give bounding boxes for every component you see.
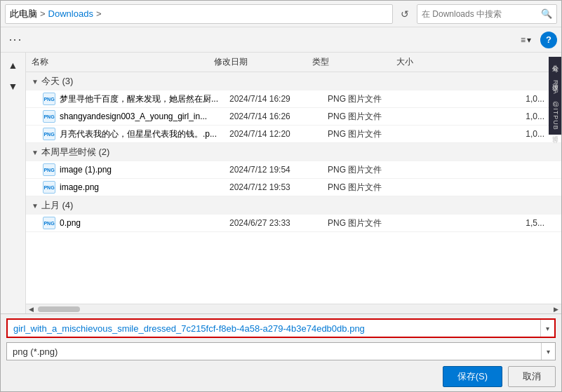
- file-type-1: PNG 图片文件: [328, 93, 412, 105]
- table-row[interactable]: PNG image (1).png 2024/7/12 19:54 PNG 图片…: [26, 161, 561, 179]
- file-size-1: 1,0...: [412, 94, 556, 104]
- breadcrumb-sep1: >: [40, 8, 46, 19]
- view-icon: ≡: [521, 35, 526, 45]
- table-row[interactable]: PNG 月亮代表我的心，但星星代表我的钱。.p... 2024/7/14 12:…: [26, 126, 561, 143]
- group-header-last-month[interactable]: ▼ 上月 (4): [26, 196, 561, 215]
- table-row[interactable]: PNG shangyandesign003_A_young_girl_in...…: [26, 108, 561, 126]
- file-date-4: 2024/7/12 19:54: [229, 165, 328, 175]
- watermark-line-2: ·: [551, 69, 558, 72]
- file-name-2: shangyandesign003_A_young_girl_in...: [60, 111, 229, 121]
- filename-input-wrapper: ▾: [6, 318, 556, 338]
- search-icon: 🔍: [541, 8, 552, 19]
- file-icon-6: PNG: [43, 217, 55, 229]
- file-type-2: PNG 图片文件: [328, 111, 412, 123]
- horizontal-scrollbar[interactable]: ◀ ▶: [26, 304, 561, 313]
- file-type-4: PNG 图片文件: [328, 164, 412, 176]
- nav-down-arrow[interactable]: ▼: [4, 76, 23, 96]
- file-name-1: 梦里寻他千百度，醒来发现，她居然在厨...: [60, 93, 229, 105]
- group-today-label: 今天 (3): [41, 75, 74, 88]
- file-type-5: PNG 图片文件: [328, 182, 412, 194]
- file-size-6: 1,5...: [412, 218, 556, 228]
- col-size-header[interactable]: 大小: [396, 56, 556, 68]
- buttons-row: 保存(S) 取消: [6, 365, 556, 387]
- h-scroll-right-arrow[interactable]: ▶: [552, 306, 560, 313]
- file-date-5: 2024/7/12 19:53: [229, 182, 328, 192]
- h-scroll-left-arrow[interactable]: ◀: [27, 306, 35, 313]
- file-save-dialog: 此电脑 > Downloads > ↺ 🔍 ⋮ ≡ ▾ ? ▲ ▼: [0, 0, 562, 392]
- file-type-3: PNG 图片文件: [328, 128, 412, 140]
- file-icon-5: PNG: [43, 181, 55, 194]
- filetype-input[interactable]: [7, 345, 541, 358]
- col-type-header[interactable]: 类型: [312, 56, 396, 68]
- file-list-container: 名称 修改日期 类型 大小 ▼ 今天 (3) PNG 梦里寻他千百度，醒来发现，…: [26, 53, 561, 313]
- group-month-arrow: ▼: [32, 202, 39, 210]
- main-content: ▲ ▼ 名称 修改日期 类型 大小 ▼ 今天 (3) PNG: [1, 53, 561, 313]
- table-row[interactable]: PNG image.png 2024/7/12 19:53 PNG 图片文件: [26, 179, 561, 196]
- filename-dropdown-button[interactable]: ▾: [540, 320, 554, 337]
- file-icon-1: PNG: [43, 93, 55, 105]
- address-bar: 此电脑 > Downloads > ↺ 🔍: [1, 1, 561, 27]
- save-button[interactable]: 保存(S): [443, 366, 502, 387]
- col-name-header[interactable]: 名称: [32, 56, 214, 68]
- left-nav: ▲ ▼: [1, 53, 26, 313]
- h-scroll-thumb[interactable]: [38, 306, 80, 312]
- file-date-1: 2024/7/14 16:29: [229, 94, 328, 104]
- group-month-label: 上月 (4): [41, 199, 74, 212]
- refresh-button[interactable]: ↺: [396, 5, 414, 23]
- group-header-this-week[interactable]: ▼ 本周早些时候 (2): [26, 143, 561, 161]
- watermark-line-3: 建议RPA: [551, 79, 560, 95]
- file-size-2: 1,0...: [412, 111, 556, 121]
- file-name-4: image (1).png: [60, 165, 229, 175]
- file-name-5: image.png: [60, 182, 229, 192]
- group-today-arrow: ▼: [32, 78, 39, 86]
- cancel-button[interactable]: 取消: [508, 366, 556, 387]
- group-week-arrow: ▼: [32, 149, 39, 156]
- breadcrumb-area[interactable]: 此电脑 > Downloads >: [5, 4, 393, 24]
- file-icon-3: PNG: [43, 128, 55, 140]
- file-name-6: 0.png: [60, 218, 229, 228]
- filename-row: ▾: [6, 318, 556, 338]
- search-area: 🔍: [417, 4, 557, 24]
- toolbar: ⋮ ≡ ▾ ?: [1, 27, 561, 53]
- file-name-3: 月亮代表我的心，但星星代表我的钱。.p...: [60, 128, 229, 140]
- bottom-area: ▾ ▾ 保存(S) 取消: [1, 313, 561, 391]
- filetype-row: ▾: [6, 342, 556, 360]
- file-type-6: PNG 图片文件: [328, 217, 412, 229]
- breadcrumb-root: 此电脑: [10, 8, 37, 20]
- file-icon-2: PNG: [43, 110, 55, 123]
- view-button[interactable]: ≡ ▾: [514, 32, 537, 48]
- breadcrumb-sep2: >: [96, 8, 102, 19]
- nav-up-arrow[interactable]: ▲: [4, 55, 23, 75]
- search-input[interactable]: [422, 9, 538, 19]
- file-icon-4: PNG: [43, 163, 55, 176]
- file-date-6: 2024/6/27 23:33: [229, 218, 328, 228]
- filename-input[interactable]: [8, 322, 540, 335]
- group-week-label: 本周早些时候 (2): [41, 146, 110, 158]
- file-date-2: 2024/7/14 16:26: [229, 111, 328, 121]
- help-button[interactable]: ?: [540, 32, 557, 48]
- column-headers: 名称 修改日期 类型 大小: [26, 53, 561, 72]
- right-overlay: 公众号 · 建议RPA @ITPUB博客: [549, 57, 561, 135]
- table-row[interactable]: PNG 0.png 2024/6/27 23:33 PNG 图片文件 1,5..…: [26, 215, 561, 232]
- watermark-line-1: 公众号: [551, 60, 560, 62]
- filetype-dropdown-button[interactable]: ▾: [541, 343, 555, 360]
- file-size-3: 1,0...: [412, 129, 556, 139]
- breadcrumb-current[interactable]: Downloads: [48, 8, 93, 19]
- col-date-header[interactable]: 修改日期: [214, 56, 312, 68]
- watermark-line-4: @ITPUB博客: [551, 101, 560, 132]
- view-dropdown-icon: ▾: [527, 35, 531, 45]
- file-list[interactable]: ▼ 今天 (3) PNG 梦里寻他千百度，醒来发现，她居然在厨... 2024/…: [26, 72, 561, 304]
- file-date-3: 2024/7/14 12:20: [229, 129, 328, 139]
- filetype-input-wrapper: ▾: [6, 342, 556, 360]
- group-header-today[interactable]: ▼ 今天 (3): [26, 72, 561, 90]
- expand-icon[interactable]: ⋮: [6, 29, 25, 50]
- table-row[interactable]: PNG 梦里寻他千百度，醒来发现，她居然在厨... 2024/7/14 16:2…: [26, 90, 561, 108]
